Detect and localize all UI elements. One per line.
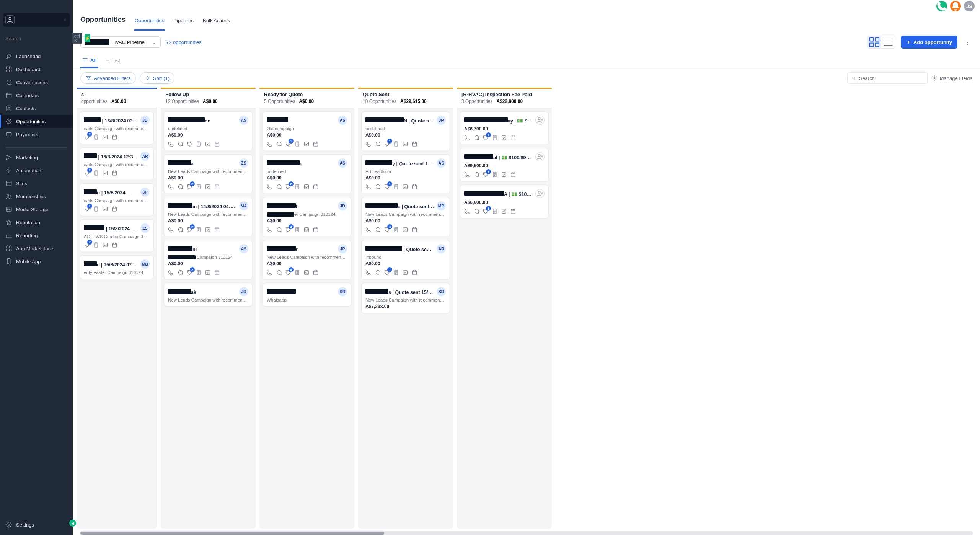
column-header[interactable]: Follow Up 12 OpportunitiesA$0.00 (161, 88, 256, 108)
phone-icon[interactable] (365, 141, 372, 147)
assignee-avatar[interactable]: ZS (140, 223, 150, 233)
chat-icon[interactable] (276, 227, 282, 233)
chat-icon[interactable] (375, 269, 381, 276)
nav-dashboard[interactable]: Dashboard (0, 63, 73, 76)
chat-icon[interactable] (473, 171, 479, 178)
calendar-icon[interactable] (313, 184, 319, 190)
task-icon[interactable] (501, 135, 507, 141)
opportunity-card[interactable]: | 15/8/2024 09:... ZS AC+HWS Combo Campa… (80, 219, 154, 252)
nav-calendars[interactable]: Calendars (0, 89, 73, 102)
calendar-icon[interactable] (411, 141, 417, 147)
opportunity-card[interactable]: | Quote sent 1... AR Inbound A$0.00 1 (361, 240, 450, 280)
note-icon[interactable] (93, 170, 99, 176)
opportunity-card[interactable]: ni AS Campaign 310124 A$0.00 2 (164, 240, 253, 280)
assignee-avatar[interactable]: JD (239, 287, 248, 296)
chat-icon[interactable] (375, 184, 381, 190)
scrollbar-thumb[interactable] (80, 532, 384, 535)
account-switcher[interactable] (3, 13, 70, 27)
tag-icon[interactable]: 2 (84, 242, 90, 248)
nav-conversations[interactable]: Conversations (0, 76, 73, 89)
assignee-avatar[interactable]: MB (140, 259, 150, 269)
opportunity-card[interactable]: ri | 15/8/2024 ... JP eads Campaign with… (80, 183, 154, 216)
chat-icon[interactable] (473, 135, 479, 141)
opportunity-card[interactable]: e | Quote sent 15/... MB New Leads Campa… (361, 197, 450, 237)
tag-icon[interactable]: 2 (186, 184, 192, 190)
assignee-avatar[interactable]: JP (140, 188, 150, 197)
column-body[interactable]: N | Quote sent... JP undefined A$0.00 1 … (358, 108, 453, 529)
tag-icon[interactable]: 1 (483, 135, 489, 141)
tag-icon[interactable]: 1 (384, 269, 390, 276)
note-icon[interactable] (93, 242, 99, 248)
tag-icon[interactable]: 3 (384, 227, 390, 233)
chat-icon[interactable] (177, 227, 183, 233)
manage-fields-button[interactable]: Manage Fields (931, 75, 972, 81)
nav-app-marketplace[interactable]: App Marketplace (0, 242, 73, 255)
tag-icon[interactable]: 1 (384, 141, 390, 147)
column-header[interactable]: Ready for Quote 5 OpportunitiesA$0.00 (259, 88, 354, 108)
chat-icon[interactable] (177, 184, 183, 190)
note-icon[interactable] (196, 269, 202, 276)
chat-icon[interactable] (177, 269, 183, 276)
tag-icon[interactable]: 4 (285, 269, 291, 276)
task-icon[interactable] (402, 227, 408, 233)
tag-icon[interactable]: 2 (186, 269, 192, 276)
lightning-icon[interactable]: ⚡ (85, 34, 90, 42)
column-header[interactable]: s opportunitiesA$0.00 (77, 88, 157, 108)
tag-icon[interactable]: 2 (84, 134, 90, 140)
add-opportunity-button[interactable]: ＋ Add opportunity (901, 36, 957, 49)
calendar-icon[interactable] (411, 227, 417, 233)
call-icon[interactable] (936, 1, 947, 11)
calendar-icon[interactable] (510, 208, 516, 214)
opportunity-card[interactable]: r JP New Leads Campaign with recommende.… (263, 240, 351, 280)
phone-icon[interactable] (267, 269, 273, 276)
board-scroll[interactable]: s opportunitiesA$0.00 | 16/8/2024 03:06 … (73, 88, 980, 531)
phone-icon[interactable] (365, 184, 372, 190)
nav-mobile-app[interactable]: Mobile App (0, 255, 73, 268)
assignee-avatar[interactable]: AS (437, 158, 446, 168)
opportunity-card[interactable]: h JD er Campaign 310124 A$0.00 4 (263, 197, 351, 237)
calendar-icon[interactable] (313, 269, 319, 276)
nav-reputation[interactable]: Reputation (0, 216, 73, 229)
phone-icon[interactable] (365, 227, 372, 233)
phone-icon[interactable] (168, 141, 174, 147)
phone-icon[interactable] (464, 171, 470, 178)
assignee-avatar[interactable]: JP (437, 116, 446, 125)
assignee-avatar[interactable]: JD (140, 116, 150, 125)
tag-icon[interactable]: 2 (186, 227, 192, 233)
column-body[interactable]: on AS undefined A$0.00 a ZS New Leads Ca… (161, 108, 256, 529)
task-icon[interactable] (102, 170, 108, 176)
column-header[interactable]: [R-HVAC] Inspection Fee Paid 3 Opportuni… (457, 88, 552, 108)
assignee-avatar[interactable]: AS (338, 158, 347, 168)
tag-icon[interactable]: 1 (384, 184, 390, 190)
assignee-avatar[interactable] (535, 152, 545, 161)
calendar-icon[interactable] (111, 206, 117, 212)
phone-icon[interactable] (464, 208, 470, 214)
calendar-icon[interactable] (313, 227, 319, 233)
task-icon[interactable] (402, 269, 408, 276)
note-icon[interactable] (196, 141, 202, 147)
phone-icon[interactable] (267, 227, 273, 233)
tag-icon[interactable]: 2 (84, 170, 90, 176)
tag-icon[interactable] (186, 141, 192, 147)
user-avatar[interactable]: JS (964, 1, 975, 11)
opportunity-card[interactable]: | 16/8/2024 12:37 A... AR eads Campaign … (80, 147, 154, 180)
note-icon[interactable] (294, 141, 300, 147)
task-icon[interactable] (402, 184, 408, 190)
calendar-icon[interactable] (111, 134, 117, 140)
chat-icon[interactable] (276, 141, 282, 147)
calendar-icon[interactable] (214, 184, 220, 190)
board-search-input[interactable] (859, 75, 923, 81)
assignee-avatar[interactable] (535, 189, 545, 198)
tag-icon[interactable]: 2 (285, 184, 291, 190)
note-icon[interactable] (393, 141, 399, 147)
column-body[interactable]: AS Old campaign A$0.00 1 g AS undefined … (259, 108, 354, 529)
sidebar-collapse-button[interactable]: ◀ (69, 520, 76, 527)
calendar-icon[interactable] (510, 135, 516, 141)
task-icon[interactable] (501, 171, 507, 178)
calendar-icon[interactable] (214, 227, 220, 233)
note-icon[interactable] (492, 135, 498, 141)
opportunity-count[interactable]: 72 opportunities (166, 39, 202, 45)
opportunity-card[interactable]: ak JD New Leads Campaign with recommende… (164, 283, 253, 307)
opportunity-card[interactable]: | 16/8/2024 03:06 ... JD eads Campaign w… (80, 111, 154, 144)
assignee-avatar[interactable]: ZS (239, 158, 248, 168)
